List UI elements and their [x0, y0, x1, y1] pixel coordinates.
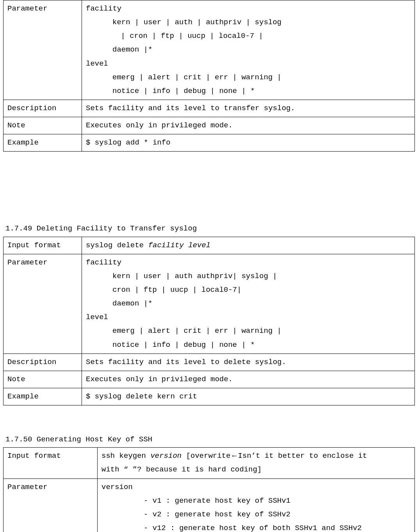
row-label-note: Note: [4, 117, 82, 134]
param-v12: - v12 : generate host key of both SSHv1 …: [101, 521, 411, 532]
left-arrow-icon: ←: [231, 452, 238, 459]
input-format-mid: [overwrite: [181, 452, 230, 460]
cell-note: Executes only in privileged mode.: [82, 371, 415, 388]
cell-input-format: syslog delete facility level: [82, 237, 415, 254]
section-heading-1-7-50: 1.7.50 Generating Host Key of SSH: [3, 433, 415, 446]
param-level-word: level: [86, 313, 108, 321]
input-format-tail2: with “ ”? because it is hard coding]: [101, 465, 261, 474]
input-format-args: facility level: [148, 241, 211, 250]
command-table-syslog-delete: Input format syslog delete facility leve…: [3, 237, 415, 406]
param-facility-line3: daemon |*: [86, 43, 411, 57]
param-level-word: level: [86, 59, 108, 68]
param-facility-line2: | cron | ftp | uucp | local0-7 |: [86, 29, 411, 43]
param-facility-line2: cron | ftp | uucp | local0-7|: [86, 283, 411, 297]
cell-parameter: facility kern | user | auth authpriv| sy…: [82, 254, 415, 353]
row-label-example: Example: [4, 388, 82, 405]
cell-example: $ syslog delete kern crit: [82, 388, 415, 405]
input-format-tail1: Isn’t it better to enclose it: [238, 452, 367, 460]
row-label-parameter: Parameter: [4, 0, 82, 100]
row-label-description: Description: [4, 100, 82, 117]
row-label-input-format: Input format: [4, 448, 98, 478]
param-level-line1: emerg | alert | crit | err | warning |: [86, 324, 411, 338]
param-level-line2: notice | info | debug | none | *: [86, 338, 411, 352]
section-heading-1-7-49: 1.7.49 Deleting Facility to Transfer sys…: [3, 222, 415, 236]
cell-description: Sets facility and its level to transfer …: [82, 100, 415, 117]
param-facility-line3: daemon |*: [86, 297, 411, 311]
row-label-description: Description: [4, 353, 82, 371]
input-format-prefix: syslog delete: [86, 241, 148, 250]
param-facility-word: facility: [86, 258, 121, 267]
command-table-syslog-add: Parameter facility kern | user | auth | …: [3, 0, 415, 152]
param-level-line1: emerg | alert | crit | err | warning |: [86, 71, 411, 84]
cell-parameter: version - v1 : generate host key of SSHv…: [98, 478, 415, 532]
cell-example: $ syslog add * info: [82, 134, 415, 152]
param-facility-word: facility: [86, 4, 121, 13]
row-label-example: Example: [4, 134, 82, 152]
row-label-parameter: Parameter: [4, 478, 98, 532]
param-level-line2: notice | info | debug | none | *: [86, 84, 411, 98]
command-table-ssh-keygen: Input format ssh keygen version [overwri…: [3, 447, 415, 532]
param-version-word: version: [101, 483, 133, 491]
param-v1: - v1 : generate host key of SSHv1: [101, 494, 411, 508]
param-facility-line1: kern | user | auth authpriv| syslog |: [86, 270, 411, 283]
cell-parameter: facility kern | user | auth | authpriv |…: [82, 0, 415, 100]
param-facility-line1: kern | user | auth | authpriv | syslog: [86, 16, 411, 29]
cell-note: Executes only in privileged mode.: [82, 117, 415, 134]
param-v2: - v2 : generate host key of SSHv2: [101, 508, 411, 521]
input-format-prefix: ssh keygen: [101, 452, 150, 460]
cell-description: Sets facility and its level to delete sy…: [82, 353, 415, 371]
cell-input-format: ssh keygen version [overwrite←Isn’t it b…: [98, 448, 415, 478]
input-format-arg: version: [150, 452, 181, 460]
row-label-parameter: Parameter: [4, 254, 82, 353]
row-label-note: Note: [4, 371, 82, 388]
row-label-input-format: Input format: [4, 237, 82, 254]
